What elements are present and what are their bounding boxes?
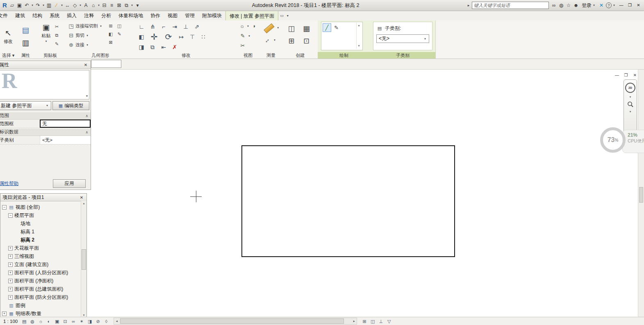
copy-to-clipboard-icon[interactable]: ⧉ [54, 32, 60, 38]
tree-item[interactable]: 标高 1 [0, 228, 80, 236]
save-icon[interactable]: ▣ [16, 2, 23, 9]
expander-plus-icon[interactable]: + [8, 279, 13, 283]
pick-lines-icon[interactable]: ✎ [332, 23, 341, 32]
paste-dropdown-icon[interactable]: ▾ [45, 40, 48, 43]
default-3d-view-dropdown-icon[interactable]: ▾ [97, 4, 100, 7]
panel-label-measure[interactable]: 测量 [259, 52, 283, 59]
hide-in-view-icon[interactable]: ☼ [239, 23, 245, 30]
section-icon[interactable]: ⊟ [101, 2, 108, 9]
search-input[interactable] [472, 2, 549, 9]
draw-gallery-down-icon[interactable]: ▾ [358, 44, 360, 47]
measure-icon[interactable]: ∕ [53, 2, 60, 9]
visual-style-icon[interactable]: ◍ [29, 318, 36, 325]
window-maximize-icon[interactable]: ❐ [626, 2, 634, 9]
exchange-apps-icon[interactable]: ✕ [598, 2, 605, 9]
reveal-hidden-elements-icon[interactable]: ✶ [78, 318, 85, 325]
expander-plus-icon[interactable]: + [8, 254, 13, 259]
temporary-hide-isolate-icon[interactable]: ∞ [70, 318, 77, 325]
panel-label-select[interactable]: 选择 ▾ [0, 52, 16, 59]
expander-minus-icon[interactable]: − [8, 213, 13, 218]
tab-architecture[interactable]: 建筑 [11, 11, 29, 20]
subcategory-select[interactable]: <无> ▾ [376, 34, 429, 43]
apply-button[interactable]: 应用 [53, 179, 86, 188]
tree-item[interactable]: +▦明细表/数量 [0, 309, 80, 318]
tag-by-category-dropdown-icon[interactable]: ▾ [79, 4, 82, 7]
tree-item[interactable]: +面积平面 (总建筑面积) [0, 285, 80, 293]
scroll-left-icon[interactable]: ◂ [114, 319, 119, 323]
browser-scrollbar[interactable]: ▴ ▾ [81, 201, 86, 318]
highlight-displacement-icon[interactable]: ◊ [103, 318, 109, 325]
tab-insert[interactable]: 插入 [63, 11, 80, 20]
sun-path-icon[interactable]: ☼ [37, 318, 44, 325]
help-dropdown-icon[interactable]: ▾ [612, 4, 616, 7]
beam-cope-icon[interactable]: ◫ [116, 23, 123, 29]
expander-plus-icon[interactable]: + [8, 295, 13, 300]
match-type-properties-icon[interactable]: ✎ [54, 41, 60, 47]
search-icon[interactable]: ∞ [550, 2, 558, 9]
tab-collaborate[interactable]: 协作 [147, 11, 164, 20]
sign-in-user-icon[interactable]: ☻ [572, 2, 580, 9]
panel-label-modify[interactable]: 修改 [135, 52, 237, 59]
tree-item[interactable]: +天花板平面 [0, 244, 80, 252]
infocenter-collapse-icon[interactable]: ▸ [467, 3, 471, 7]
browser-scroll-down-icon[interactable]: ▾ [81, 314, 86, 317]
scale-icon[interactable]: ⇗ [193, 23, 200, 30]
expander-plus-icon[interactable]: + [8, 287, 13, 291]
properties-palette-header[interactable]: 属性 ✕ [0, 61, 91, 69]
panel-label-properties[interactable]: 属性 [16, 52, 35, 59]
crop-view-icon[interactable]: ▣ [54, 318, 60, 325]
tree-item[interactable]: +面积平面 (防火分区面积) [0, 293, 80, 301]
redo-dropdown-icon[interactable]: ▾ [42, 4, 45, 7]
property-value-subcategory[interactable]: <无> [40, 136, 91, 144]
open-file-icon[interactable]: ▱ [9, 2, 16, 9]
cope-button[interactable]: ◳连接端切割▾ [68, 21, 102, 31]
tab-file[interactable]: 文件 [0, 11, 11, 20]
switch-windows-icon[interactable]: ⧉ [123, 2, 130, 9]
split-element-icon[interactable]: ⋔ [149, 23, 156, 30]
properties-palette-icon[interactable]: ▤ [20, 25, 31, 36]
steering-wheel-dropdown-icon[interactable]: ▾ [630, 95, 631, 99]
cut-profile-icon[interactable]: ✂ [239, 42, 246, 50]
tab-systems[interactable]: 系统 [46, 11, 63, 20]
trim-extend-multiple-icon[interactable]: ⇤ [160, 43, 167, 51]
modify-button[interactable]: ↖ 修改 [2, 28, 14, 45]
expander-plus-icon[interactable]: + [8, 262, 13, 267]
join-geometry-dropdown-icon[interactable]: ▾ [86, 43, 89, 47]
join-geometry-button[interactable]: ⊕连接▾ [68, 40, 102, 50]
create-similar-icon[interactable]: ⊡ [301, 36, 312, 46]
demolish-icon[interactable]: ⊠ [107, 39, 114, 45]
revit-logo-icon[interactable]: R [1, 2, 8, 9]
section-header-extents[interactable]: 范围 ∧ [0, 112, 91, 120]
tab-view[interactable]: 视图 [164, 11, 181, 20]
print-icon[interactable]: ▥ [46, 2, 52, 9]
default-3d-view-icon[interactable]: ⌂ [90, 2, 97, 9]
cope-dropdown-icon[interactable]: ▾ [99, 25, 102, 28]
trim-corner-icon[interactable]: ⌐ [160, 23, 167, 30]
properties-help-link[interactable]: 属性帮助 [0, 181, 18, 187]
dimension-dropdown-icon[interactable]: ▾ [273, 38, 276, 42]
wall-joins-icon[interactable]: ⊞ [107, 23, 114, 29]
property-value-scope-box[interactable]: 无 [40, 120, 91, 128]
shadows-icon[interactable]: ◐ [46, 318, 52, 325]
close-hidden-windows-icon[interactable]: ⊠ [116, 2, 123, 9]
tree-item[interactable]: +三维视图 [0, 252, 80, 260]
vertical-scrollbar-thumb[interactable] [639, 187, 643, 203]
tag-by-category-icon[interactable]: ◇ [71, 2, 78, 9]
edit-type-button[interactable]: ▦ 编辑类型 [52, 101, 89, 110]
redo-icon[interactable]: ↷ [34, 2, 41, 9]
cut-geometry-button[interactable]: ⊟剪切▾ [68, 31, 102, 40]
align-icon[interactable]: ∟ [138, 23, 145, 30]
view-restore-icon[interactable]: ❐ [624, 73, 628, 78]
scroll-right-icon[interactable]: ▸ [351, 319, 357, 323]
show-crop-region-icon[interactable]: ⊡ [62, 318, 68, 325]
tree-item[interactable]: +面积平面 (人防分区面积) [0, 269, 80, 277]
linework-icon[interactable]: ✎ [239, 32, 246, 40]
mirror-draw-axis-icon[interactable]: ◨ [138, 43, 145, 51]
hide-in-view-dropdown-icon[interactable]: ▾ [247, 25, 250, 28]
expander-minus-icon[interactable]: − [2, 205, 7, 210]
dimension-button[interactable]: ↔ ▾ [262, 36, 280, 43]
view-close-icon[interactable]: ✕ [633, 73, 637, 78]
tab-modify-place-reference-plane[interactable]: 修改 | 放置 参照平面 [225, 11, 278, 20]
move-icon[interactable]: ✛ [149, 33, 159, 41]
communication-center-icon[interactable]: ◍ [558, 2, 565, 9]
